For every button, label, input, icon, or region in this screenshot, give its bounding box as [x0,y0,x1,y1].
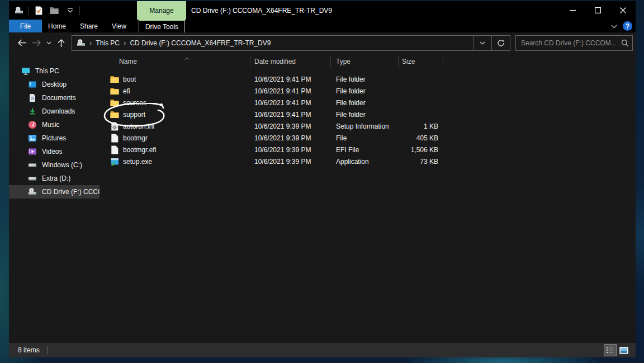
refresh-button[interactable] [491,36,510,50]
table-row-sources[interactable]: sources 10/6/2021 9:41 PM File folder [100,97,636,109]
window-title: CD Drive (F:) CCCOMA_X64FRE_TR-TR_DV9 [191,1,332,20]
folder-icon [110,87,119,96]
tab-view[interactable]: View [106,20,132,32]
contextual-tab-group-manage[interactable]: Manage [137,1,186,20]
search-icon[interactable] [618,39,632,47]
separator [29,6,29,15]
music-icon [28,120,37,129]
qat-customize-button[interactable] [64,4,76,17]
column-headers: Name Date modified Type Size [100,53,636,70]
tab-drive-tools[interactable]: Drive Tools [139,20,185,32]
quick-access-toolbar [9,4,80,17]
folder-icon [110,75,119,84]
sidebar-item-extra-d[interactable]: Extra (D:) [9,172,100,185]
tab-home[interactable]: Home [42,20,72,32]
minimize-button[interactable] [560,1,585,20]
cd-drive-icon [28,187,37,196]
tab-share[interactable]: Share [72,20,106,32]
recent-locations-chevron[interactable] [44,35,54,51]
table-row-bootmgr-efi[interactable]: bootmgr.efi 10/6/2021 9:39 PM EFI File 1… [100,144,636,155]
breadcrumb-this-pc[interactable]: This PC [96,39,120,47]
status-bar: 8 items [9,343,636,357]
downloads-icon [28,107,37,116]
documents-icon [28,93,37,102]
hard-drive-icon [28,161,37,169]
table-row-efi[interactable]: efi 10/6/2021 9:41 PM File folder [100,85,636,97]
videos-icon [28,147,37,156]
pictures-icon [28,134,37,143]
generic-file-icon [110,145,119,154]
close-button[interactable] [610,1,636,20]
ribbon-collapse-chevron-icon[interactable] [611,22,617,30]
hard-drive-icon [28,174,37,183]
maximize-button[interactable] [585,1,610,20]
file-list-pane: Name Date modified Type Size boot 10/6/2… [100,53,636,343]
table-row-support[interactable]: support 10/6/2021 9:41 PM File folder [100,109,636,120]
desktop-icon [28,80,37,89]
file-rows: boot 10/6/2021 9:41 PM File folder efi 1… [100,70,636,167]
large-thumbnails-view-button[interactable] [617,344,630,356]
folder-icon [110,110,119,119]
tab-file[interactable]: File [9,20,42,32]
app-cd-drive-icon[interactable] [13,4,25,17]
sort-ascending-icon [184,54,190,62]
table-row-autorun-inf[interactable]: autorun.inf 10/6/2021 9:39 PM Setup Info… [100,120,636,132]
breadcrumb: › This PC › CD Drive (F:) CCCOMA_X64FRE_… [72,39,473,48]
address-bar[interactable]: › This PC › CD Drive (F:) CCCOMA_X64FRE_… [72,35,510,51]
items-count: 8 items [9,346,40,354]
sidebar-item-documents[interactable]: Documents [9,91,100,105]
sidebar-item-this-pc[interactable]: This PC [9,64,100,78]
forward-button[interactable] [29,35,44,51]
sidebar-item-cd-drive-f[interactable]: CD Drive (F:) CCCO [9,185,100,199]
sidebar-item-music[interactable]: Music [9,118,100,131]
table-row-boot[interactable]: boot 10/6/2021 9:41 PM File folder [100,73,636,85]
column-header-name[interactable]: Name [100,56,250,67]
location-cd-drive-icon [77,39,86,48]
separator [48,346,48,354]
address-toolbar: › This PC › CD Drive (F:) CCCOMA_X64FRE_… [9,32,636,53]
sidebar-item-pictures[interactable]: Pictures [9,131,100,145]
back-button[interactable] [15,35,29,51]
breadcrumb-current-folder[interactable]: CD Drive (F:) CCCOMA_X64FRE_TR-TR_DV9 [130,39,271,47]
address-dropdown-button[interactable] [473,36,491,50]
setup-information-file-icon [110,122,119,131]
application-icon [110,157,119,166]
ribbon-tab-row: File Home Share View Drive Tools ? [9,20,636,32]
generic-file-icon [110,134,119,143]
folder-icon [110,98,119,107]
main-area: This PC Desktop Documents Downloads Musi… [9,53,636,343]
title-bar: Manage CD Drive (F:) CCCOMA_X64FRE_TR-TR… [9,1,636,20]
sidebar-item-downloads[interactable]: Downloads [9,105,100,118]
up-button[interactable] [54,35,68,51]
chevron-right-icon[interactable]: › [124,39,126,47]
search-input[interactable] [516,39,618,47]
window-controls [560,1,636,20]
separator [79,6,80,15]
column-header-type[interactable]: Type [331,56,399,67]
properties-button[interactable] [32,4,45,17]
details-view-button[interactable] [604,344,617,356]
column-header-date-modified[interactable]: Date modified [250,56,331,67]
explorer-window: Manage CD Drive (F:) CCCOMA_X64FRE_TR-TR… [9,1,636,357]
column-header-size[interactable]: Size [399,56,443,67]
navigation-pane: This PC Desktop Documents Downloads Musi… [9,53,100,343]
sidebar-item-desktop[interactable]: Desktop [9,78,100,91]
sidebar-item-videos[interactable]: Videos [9,145,100,158]
table-row-setup-exe[interactable]: setup.exe 10/6/2021 9:39 PM Application … [100,155,636,167]
this-pc-icon [21,67,30,76]
sidebar-item-windows-c[interactable]: Windows (C:) [9,158,100,172]
search-box [515,35,633,51]
table-row-bootmgr[interactable]: bootmgr 10/6/2021 9:39 PM File 405 KB [100,132,636,144]
new-folder-button[interactable] [48,4,60,17]
help-button[interactable]: ? [623,21,632,31]
chevron-right-icon[interactable]: › [89,39,92,47]
